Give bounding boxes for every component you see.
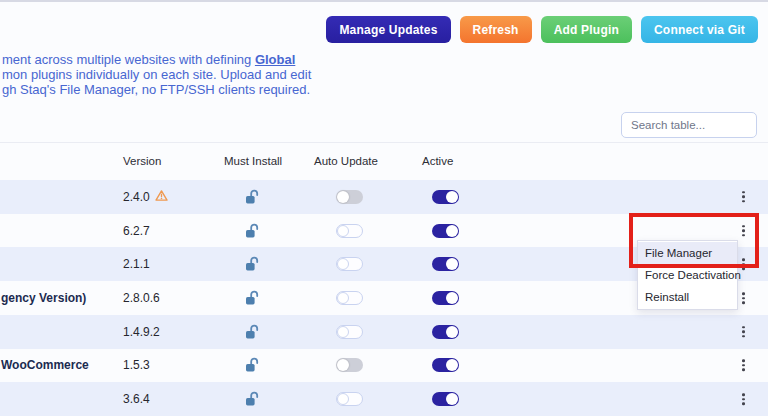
auto-update-toggle — [336, 358, 363, 372]
auto-update-switch[interactable] — [336, 257, 363, 271]
table-row: 2.4.0 — [0, 180, 768, 214]
unlock-icon[interactable] — [245, 357, 260, 373]
toggle-knob — [337, 393, 349, 405]
unlock-icon[interactable] — [245, 256, 260, 272]
refresh-button[interactable]: Refresh — [460, 16, 532, 43]
toggle-knob — [446, 258, 458, 270]
context-menu-item-force-deactivation[interactable]: Force Deactivation — [638, 264, 737, 286]
toolbar: Manage Updates Refresh Add Plugin Connec… — [326, 16, 758, 43]
toggle-knob — [337, 258, 349, 270]
toggle-knob — [337, 326, 349, 338]
active-switch[interactable] — [432, 358, 459, 372]
plugin-version: 1.4.9.2 — [123, 325, 160, 339]
active-toggle — [432, 358, 459, 372]
toggle-knob — [446, 191, 458, 203]
plugin-version: 2.8.0.6 — [123, 291, 160, 305]
plugin-name: WooCommerce — [1, 358, 89, 372]
active-toggle — [432, 291, 459, 305]
column-header-must-install: Must Install — [224, 143, 282, 180]
table-row: 3.6.4 — [0, 382, 768, 416]
toggle-knob — [446, 393, 458, 405]
auto-update-toggle — [336, 291, 363, 305]
unlock-icon[interactable] — [245, 223, 260, 239]
intro-description: ment across multiple websites with defin… — [2, 53, 311, 97]
active-toggle — [432, 224, 459, 238]
toggle-knob — [446, 225, 458, 237]
version-text: 6.2.7 — [123, 224, 150, 238]
plugin-manager-screen: Manage Updates Refresh Add Plugin Connec… — [0, 0, 768, 416]
active-toggle — [432, 257, 459, 271]
auto-update-toggle — [336, 190, 363, 204]
auto-update-switch[interactable] — [336, 190, 363, 204]
unlock-icon[interactable] — [245, 290, 260, 306]
version-text: 1.5.3 — [123, 358, 150, 372]
column-header-active: Active — [422, 143, 453, 180]
table-row: WooCommerce1.5.3 — [0, 349, 768, 383]
column-header-auto-update: Auto Update — [314, 143, 378, 180]
kebab-menu-icon[interactable] — [739, 188, 748, 206]
toggle-knob — [446, 326, 458, 338]
unlock-icon[interactable] — [245, 391, 260, 407]
active-switch[interactable] — [432, 257, 459, 271]
table-row: 1.4.9.2 — [0, 315, 768, 349]
active-toggle — [432, 325, 459, 339]
kebab-menu-icon[interactable] — [739, 390, 748, 408]
version-text: 2.8.0.6 — [123, 291, 160, 305]
toggle-knob — [446, 359, 458, 371]
plugin-version: 3.6.4 — [123, 392, 150, 406]
auto-update-switch[interactable] — [336, 325, 363, 339]
plugin-version: 2.4.0 — [123, 189, 168, 204]
kebab-menu-icon[interactable] — [739, 289, 748, 307]
description-line-3: gh Staq's File Manager, no FTP/SSH clien… — [2, 83, 311, 98]
description-line-2: mon plugins individually on each site. U… — [2, 68, 311, 83]
plugin-version: 6.2.7 — [123, 224, 150, 238]
connect-via-git-button[interactable]: Connect via Git — [641, 16, 758, 43]
version-text: 3.6.4 — [123, 392, 150, 406]
active-switch[interactable] — [432, 291, 459, 305]
active-toggle — [432, 392, 459, 406]
auto-update-toggle — [336, 392, 363, 406]
version-text: 2.4.0 — [123, 190, 150, 204]
auto-update-switch[interactable] — [336, 392, 363, 406]
auto-update-switch[interactable] — [336, 224, 363, 238]
auto-update-toggle — [336, 224, 363, 238]
active-switch[interactable] — [432, 325, 459, 339]
plugin-name: gency Version) — [1, 291, 86, 305]
warning-triangle-icon — [155, 189, 168, 204]
active-toggle — [432, 190, 459, 204]
column-header-version: Version — [123, 143, 161, 180]
toggle-knob — [446, 292, 458, 304]
description-line-1: ment across multiple websites with defin… — [2, 53, 311, 68]
auto-update-toggle — [336, 257, 363, 271]
kebab-menu-icon[interactable] — [739, 357, 748, 375]
auto-update-switch[interactable] — [336, 358, 363, 372]
top-divider — [0, 0, 768, 2]
kebab-menu-icon[interactable] — [739, 222, 748, 240]
unlock-icon[interactable] — [245, 189, 260, 205]
toggle-knob — [337, 191, 349, 203]
active-switch[interactable] — [432, 392, 459, 406]
toggle-knob — [337, 225, 349, 237]
global-link[interactable]: Global — [255, 52, 295, 67]
version-text: 2.1.1 — [123, 257, 150, 271]
unlock-icon[interactable] — [245, 324, 260, 340]
row-actions-context-menu: File ManagerForce DeactivationReinstall — [637, 240, 738, 310]
context-menu-item-file-manager[interactable]: File Manager — [638, 242, 737, 264]
toggle-knob — [337, 359, 349, 371]
version-text: 1.4.9.2 — [123, 325, 160, 339]
auto-update-toggle — [336, 325, 363, 339]
add-plugin-button[interactable]: Add Plugin — [541, 16, 632, 43]
table-header-row: Version Must Install Auto Update Active — [0, 143, 768, 180]
search-input[interactable] — [621, 112, 757, 138]
auto-update-switch[interactable] — [336, 291, 363, 305]
active-switch[interactable] — [432, 190, 459, 204]
table-search — [621, 112, 757, 138]
toggle-knob — [337, 292, 349, 304]
active-switch[interactable] — [432, 224, 459, 238]
kebab-menu-icon[interactable] — [739, 323, 748, 341]
context-menu-item-reinstall[interactable]: Reinstall — [638, 286, 737, 308]
description-text: ment across multiple websites with defin… — [2, 52, 255, 67]
plugin-version: 2.1.1 — [123, 257, 150, 271]
manage-updates-button[interactable]: Manage Updates — [326, 16, 450, 43]
plugin-version: 1.5.3 — [123, 358, 150, 372]
